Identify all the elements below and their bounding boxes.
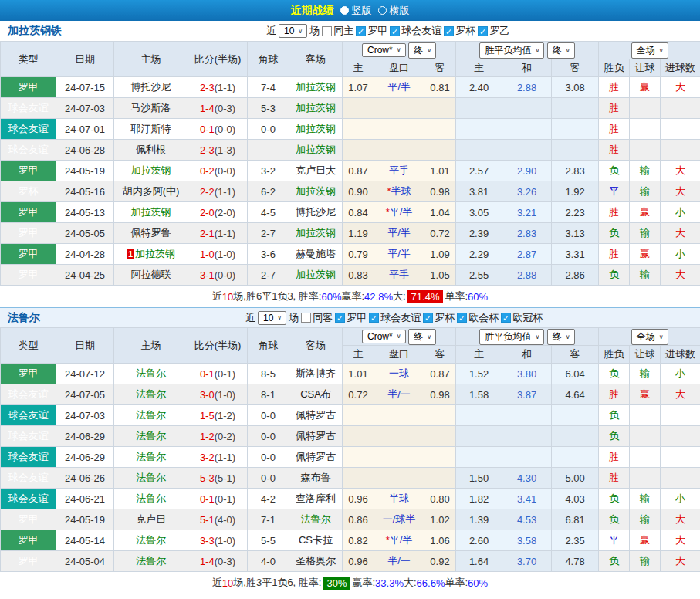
avg-final-select[interactable]: 终∨	[547, 329, 575, 345]
away-team-name[interactable]: 圣格奥尔	[296, 555, 336, 567]
games-count-value: 10	[284, 25, 294, 36]
away-team-name[interactable]: 加拉茨钢	[296, 123, 336, 134]
handicap-name: 平/半	[390, 206, 413, 218]
crown-final-select[interactable]: 终∨	[408, 329, 436, 345]
handicap-name: 半/一	[387, 388, 411, 400]
home-team-name[interactable]: 加拉茨钢	[135, 248, 175, 259]
layout-horizontal-radio[interactable]: 横版	[378, 4, 410, 18]
chevron-down-icon: ∨	[566, 333, 570, 340]
home-team-name[interactable]: 佩特罗鲁	[131, 227, 171, 239]
away-team-name[interactable]: 克卢日大	[296, 164, 336, 176]
scope-select[interactable]: 全场∨	[631, 42, 668, 59]
away-team-name[interactable]: 森布鲁	[301, 472, 331, 483]
corner-cell: 5-3	[248, 98, 289, 119]
league-filter[interactable]: ✓球会友谊	[369, 311, 421, 325]
home-team-name[interactable]: 法鲁尔	[136, 472, 166, 483]
league-filters: ✓罗甲✓球会友谊✓罗杯✓罗乙	[356, 24, 509, 38]
away-team-name[interactable]: 佩特罗古	[296, 430, 336, 442]
away-team-name[interactable]: 加拉茨钢	[296, 185, 336, 197]
score-cell: 3-1(0-0)	[188, 265, 248, 286]
league-filter[interactable]: ✓罗甲	[356, 24, 387, 38]
league-filter[interactable]: ✓罗乙	[478, 24, 509, 38]
home-team-name[interactable]: 法鲁尔	[136, 492, 166, 504]
home-team-name[interactable]: 马沙斯洛	[131, 102, 171, 113]
bookmaker-select[interactable]: Crow*∨	[362, 330, 406, 343]
crown-away-odds	[424, 140, 456, 161]
league-filter[interactable]: ✓球会友谊	[390, 24, 441, 38]
result-cell: 胜	[599, 244, 630, 265]
avg-final-select[interactable]: 终∨	[547, 42, 575, 59]
home-team-name[interactable]: 法鲁尔	[136, 409, 166, 421]
home-team-name[interactable]: 耶汀斯特	[131, 123, 171, 134]
home-team-name[interactable]: 法鲁尔	[136, 367, 166, 379]
avg-odds-group-header: 胜平负均值∨ 终∨	[456, 42, 599, 59]
away-team-name[interactable]: 加拉茨钢	[296, 269, 336, 280]
col-header-type: 类型	[1, 42, 56, 77]
crown-final-select[interactable]: 终∨	[408, 42, 436, 59]
league-filter[interactable]: ✓罗杯	[444, 24, 475, 38]
corner-cell: 0-0	[248, 426, 289, 447]
summary-segment: 42.8%	[364, 291, 393, 303]
home-team-name[interactable]: 胡内多阿(中)	[123, 185, 180, 197]
date-cell: 24-06-29	[56, 426, 114, 447]
home-team-name[interactable]: 加拉茨钢	[131, 164, 171, 176]
league-filter[interactable]: ✓罗杯	[423, 311, 455, 325]
avg-home-odds: 1.50	[456, 468, 502, 489]
halftime-score: (1-0)	[215, 249, 235, 260]
team-name[interactable]: 法鲁尔	[8, 311, 40, 325]
home-team-cell: 胡内多阿(中)	[114, 181, 188, 202]
crown-away-odds: 1.09	[424, 244, 456, 265]
away-team-name[interactable]: 法鲁尔	[301, 513, 331, 525]
away-team-name[interactable]: 斯洛博齐	[296, 367, 336, 379]
league-filter[interactable]: ✓欧冠杯	[501, 311, 543, 325]
away-team-name[interactable]: 查洛摩利	[296, 492, 336, 504]
layout-vertical-radio[interactable]: 竖版	[340, 4, 372, 18]
home-team-name[interactable]: 法鲁尔	[136, 534, 166, 546]
games-count-select[interactable]: 10∨	[258, 311, 286, 325]
away-team-name[interactable]: CSA布	[300, 388, 331, 400]
away-team-name[interactable]: CS卡拉	[299, 534, 333, 546]
away-team-name[interactable]: 加拉茨钢	[296, 144, 336, 155]
league-filter[interactable]: ✓罗甲	[335, 311, 367, 325]
avg-away-odds: 3.31	[552, 244, 599, 265]
date-cell: 24-05-19	[56, 509, 114, 530]
away-team-name[interactable]: 佩特罗古	[296, 409, 336, 421]
home-team-name[interactable]: 法鲁尔	[136, 555, 166, 567]
handicap-result-cell: 输	[630, 265, 661, 286]
away-team-name[interactable]: 加拉茨钢	[296, 227, 336, 239]
same-venue-filter[interactable]: 同客	[301, 311, 333, 325]
home-team-name[interactable]: 法鲁尔	[136, 451, 166, 462]
home-team-name[interactable]: 法鲁尔	[136, 430, 166, 442]
away-team-name[interactable]: 加拉茨钢	[296, 102, 336, 113]
home-team-name[interactable]: 博托沙尼	[131, 81, 171, 93]
away-team-name[interactable]: 博托沙尼	[296, 206, 336, 218]
home-team-name[interactable]: 加拉茨钢	[131, 206, 171, 218]
home-team-cell: 阿拉德联	[114, 265, 188, 286]
away-team-name[interactable]: 佩特罗古	[296, 451, 336, 462]
bookmaker-select[interactable]: Crow*∨	[362, 43, 406, 57]
league-type-cell: 球会友谊	[1, 140, 56, 161]
corner-cell: 0-0	[248, 447, 289, 468]
home-team-name[interactable]: 法鲁尔	[136, 388, 166, 400]
corner-cell: 4-5	[248, 202, 289, 223]
home-team-name[interactable]: 克卢日	[136, 513, 166, 525]
fulltime-score: 0-1	[200, 368, 215, 380]
sub-header-crown-away: 客	[424, 346, 456, 364]
crown-away-odds: 0.72	[424, 223, 456, 244]
league-filter[interactable]: ✓欧会杯	[457, 311, 499, 325]
result-cell: 胜	[599, 202, 630, 223]
away-team-name[interactable]: 赫曼施塔	[296, 248, 336, 259]
scope-value: 全场	[637, 330, 655, 343]
goals-result-cell: 小	[661, 202, 700, 223]
avg-odds-select[interactable]: 胜平负均值∨	[479, 42, 544, 59]
games-count-select[interactable]: 10∨	[279, 24, 307, 38]
home-team-name[interactable]: 阿拉德联	[131, 269, 171, 280]
home-team-name[interactable]: 佩利根	[136, 144, 166, 155]
avg-draw-odds	[502, 119, 552, 140]
handicap-name: 半球	[391, 185, 411, 197]
same-venue-filter[interactable]: 同主	[322, 24, 353, 38]
scope-select[interactable]: 全场∨	[631, 329, 668, 345]
team-name[interactable]: 加拉茨钢铁	[8, 24, 62, 38]
avg-odds-select[interactable]: 胜平负均值∨	[479, 329, 544, 345]
away-team-name[interactable]: 加拉茨钢	[296, 81, 336, 93]
